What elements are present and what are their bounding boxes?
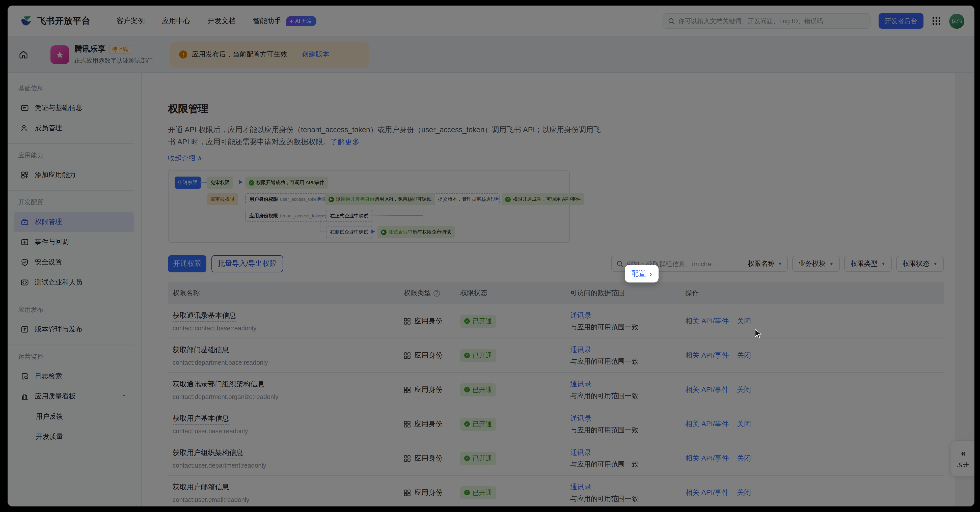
dim-overlay [8, 6, 974, 506]
browser-window: 飞书开放平台 客户案例 应用中心 开发文档 智能助手 ✦AI 开发 开发者后台 [8, 6, 974, 506]
mouse-cursor [754, 329, 762, 339]
configure-popover[interactable]: 配置 › [625, 265, 659, 283]
chevron-right-icon: › [649, 270, 652, 277]
screen: 飞书开放平台 客户案例 应用中心 开发文档 智能助手 ✦AI 开发 开发者后台 [0, 0, 980, 512]
